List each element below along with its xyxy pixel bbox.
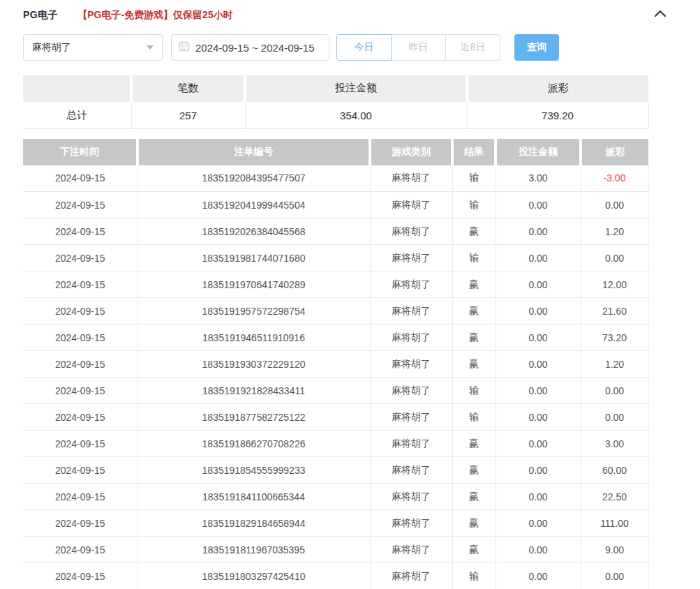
- bet-time-cell: 2024-09-15: [23, 378, 137, 404]
- order-id-cell: 1835191811967035395: [137, 537, 370, 563]
- search-button[interactable]: 查询: [514, 34, 559, 61]
- result-cell: 赢: [452, 325, 496, 351]
- result-cell: 输: [452, 404, 496, 431]
- order-id-cell: 1835192084395477507: [137, 165, 370, 192]
- game-type-cell: 麻将胡了: [370, 457, 452, 484]
- bet-time-cell: 2024-09-15: [23, 165, 137, 192]
- game-type-cell: 麻将胡了: [370, 484, 452, 510]
- game-type-cell: 麻将胡了: [370, 563, 452, 589]
- table-row: 2024-09-151835191854555999233麻将胡了赢0.0060…: [23, 457, 648, 484]
- bet-time-cell: 2024-09-15: [23, 245, 137, 271]
- bet-amount-cell: 0.00: [496, 271, 581, 298]
- summary-total-payout: 739.20: [467, 102, 648, 128]
- last-8-days-button[interactable]: 近8日: [445, 34, 500, 61]
- result-cell: 赢: [452, 351, 496, 378]
- result-cell: 赢: [452, 218, 496, 245]
- result-cell: 输: [452, 192, 496, 218]
- payout-cell: 12.00: [581, 271, 648, 298]
- col-bet-amount: 投注金额: [496, 139, 581, 165]
- order-id-cell: 1835191841100665344: [137, 484, 370, 510]
- result-cell: 赢: [452, 510, 496, 537]
- table-row: 2024-09-151835191946511910916麻将胡了赢0.0073…: [23, 325, 648, 351]
- bet-time-cell: 2024-09-15: [23, 351, 137, 378]
- payout-cell: 9.00: [581, 537, 648, 563]
- game-type-cell: 麻将胡了: [370, 537, 452, 563]
- payout-cell: 0.00: [581, 378, 648, 404]
- bet-amount-cell: 0.00: [496, 218, 581, 245]
- order-id-cell: 1835191829184658944: [137, 510, 370, 537]
- calendar-icon: [179, 40, 190, 54]
- panel-header: PG电子 【PG电子-免费游戏】仅保留25小时: [23, 0, 677, 22]
- bet-amount-cell: 0.00: [496, 510, 581, 537]
- col-result: 结果: [452, 139, 496, 165]
- date-range-input[interactable]: 2024-09-15 ~ 2024-09-15: [171, 34, 329, 61]
- table-row: 2024-09-151835191930372229120麻将胡了赢0.001.…: [23, 351, 648, 378]
- bet-amount-cell: 0.00: [496, 351, 581, 378]
- order-id-cell: 1835191921828433411: [137, 378, 370, 404]
- game-type-cell: 麻将胡了: [370, 245, 452, 271]
- payout-cell: 1.20: [581, 351, 648, 378]
- game-type-cell: 麻将胡了: [370, 218, 452, 245]
- quick-date-button-group: 今日 昨日 近8日: [336, 34, 500, 61]
- chevron-up-icon: [654, 9, 667, 20]
- table-row: 2024-09-151835191921828433411麻将胡了输0.000.…: [23, 378, 648, 404]
- table-row: 2024-09-151835191803297425410麻将胡了输0.000.…: [23, 563, 648, 589]
- order-id-cell: 1835192026384045568: [137, 218, 370, 245]
- game-type-cell: 麻将胡了: [370, 325, 452, 351]
- payout-cell: 0.00: [581, 192, 648, 218]
- summary-header-row: 笔数 投注金额 派彩: [23, 75, 648, 102]
- bet-time-cell: 2024-09-15: [23, 298, 137, 325]
- bet-time-cell: 2024-09-15: [23, 457, 137, 484]
- game-type-cell: 麻将胡了: [370, 510, 452, 537]
- game-type-cell: 麻将胡了: [370, 298, 452, 325]
- bet-amount-cell: 0.00: [496, 378, 581, 404]
- game-type-cell: 麻将胡了: [370, 271, 452, 298]
- payout-cell: 0.00: [581, 404, 648, 431]
- bet-time-cell: 2024-09-15: [23, 218, 137, 245]
- summary-col-count: 笔数: [131, 75, 245, 102]
- table-row: 2024-09-151835191866270708226麻将胡了赢0.003.…: [23, 431, 648, 457]
- bet-time-cell: 2024-09-15: [23, 325, 137, 351]
- summary-col-blank: [23, 75, 131, 102]
- bet-amount-cell: 0.00: [496, 325, 581, 351]
- summary-total-count: 257: [131, 102, 245, 128]
- bet-time-cell: 2024-09-15: [23, 510, 137, 537]
- bet-amount-cell: 0.00: [496, 457, 581, 484]
- result-cell: 输: [452, 165, 496, 192]
- col-bet-time: 下注时间: [23, 139, 137, 165]
- yesterday-button[interactable]: 昨日: [391, 34, 446, 61]
- result-cell: 输: [452, 378, 496, 404]
- table-row: 2024-09-151835191841100665344麻将胡了赢0.0022…: [23, 484, 648, 510]
- order-id-cell: 1835192041999445504: [137, 192, 370, 218]
- bet-time-cell: 2024-09-15: [23, 192, 137, 218]
- game-type-select-value: 麻将胡了: [32, 41, 142, 54]
- payout-cell: 73.20: [581, 325, 648, 351]
- order-id-cell: 1835191946511910916: [137, 325, 370, 351]
- summary-table: 笔数 投注金额 派彩 总计 257 354.00 739.20: [23, 75, 649, 129]
- game-type-cell: 麻将胡了: [370, 192, 452, 218]
- game-type-cell: 麻将胡了: [370, 165, 452, 192]
- result-cell: 赢: [452, 431, 496, 457]
- order-id-cell: 1835191981744071680: [137, 245, 370, 271]
- bet-amount-cell: 0.00: [496, 298, 581, 325]
- result-cell: 赢: [452, 537, 496, 563]
- bet-time-cell: 2024-09-15: [23, 563, 137, 589]
- summary-col-bet-amount: 投注金额: [245, 75, 467, 102]
- records-body: 2024-09-151835192084395477507麻将胡了输3.00-3…: [23, 165, 648, 589]
- payout-cell: 3.00: [581, 431, 648, 457]
- game-type-cell: 麻将胡了: [370, 431, 452, 457]
- collapse-panel-button[interactable]: [652, 6, 669, 22]
- order-id-cell: 1835191866270708226: [137, 431, 370, 457]
- bet-amount-cell: 0.00: [496, 537, 581, 563]
- order-id-cell: 1835191877582725122: [137, 404, 370, 431]
- col-payout: 派彩: [581, 139, 648, 165]
- result-cell: 赢: [452, 271, 496, 298]
- bet-amount-cell: 3.00: [496, 165, 581, 192]
- table-row: 2024-09-151835191829184658944麻将胡了赢0.0011…: [23, 510, 648, 537]
- today-button[interactable]: 今日: [336, 34, 392, 61]
- table-row: 2024-09-151835191811967035395麻将胡了赢0.009.…: [23, 537, 648, 563]
- date-range-value: 2024-09-15 ~ 2024-09-15: [195, 42, 315, 54]
- result-cell: 输: [452, 563, 496, 589]
- col-order-id: 注单编号: [137, 139, 370, 165]
- game-type-select[interactable]: 麻将胡了: [23, 34, 163, 61]
